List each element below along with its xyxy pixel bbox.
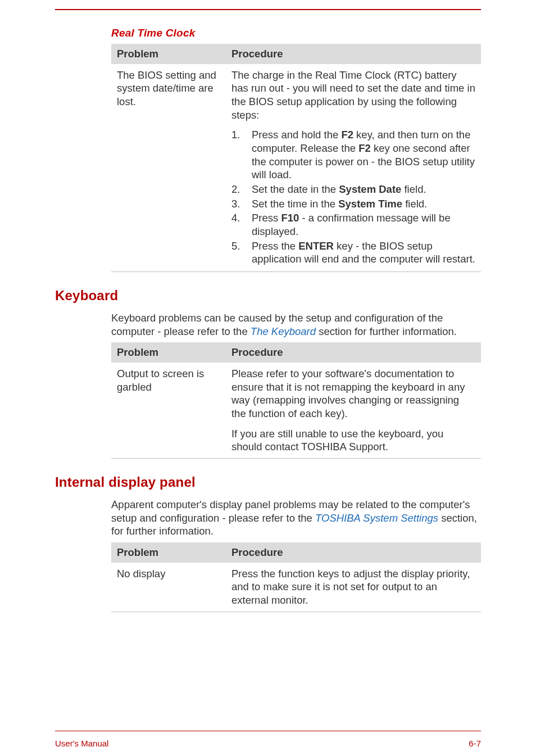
text: Press (252, 212, 281, 224)
footer-page-number: 6-7 (469, 739, 481, 748)
procedure-cell: Please refer to your software's document… (226, 363, 481, 425)
heading-keyboard: Keyboard (55, 288, 481, 304)
table-row: Press and hold the F2 key, and then turn… (111, 126, 481, 271)
col-procedure: Procedure (226, 44, 481, 64)
step-3: Set the time in the System Time field. (231, 197, 475, 211)
key-f2: F2 (358, 142, 371, 154)
text: Set the time in the (252, 198, 338, 210)
table-header-row: Problem Procedure (111, 44, 481, 64)
heading-internal-display-panel: Internal display panel (55, 474, 481, 490)
col-problem: Problem (111, 44, 226, 64)
bottom-rule (55, 731, 481, 732)
problem-cell: The BIOS setting and system date/time ar… (111, 64, 226, 126)
text: field. (402, 198, 427, 210)
field-system-time: System Time (338, 198, 402, 210)
display-intro: Apparent computer's display panel proble… (111, 498, 481, 538)
col-procedure: Procedure (226, 542, 481, 563)
page-content: Real Time Clock Problem Procedure The BI… (55, 17, 481, 722)
procedure-cell: If you are still unable to use the keybo… (226, 425, 481, 459)
col-problem: Problem (111, 542, 226, 563)
page-footer: User's Manual 6-7 (55, 739, 481, 748)
table-header-row: Problem Procedure (111, 542, 481, 563)
table-row: The BIOS setting and system date/time ar… (111, 64, 481, 126)
footer-left: User's Manual (55, 739, 108, 748)
table-row: If you are still unable to use the keybo… (111, 425, 481, 459)
table-row: No display Press the function keys to ad… (111, 563, 481, 612)
problem-cell: Output to screen is garbled (111, 363, 226, 425)
keyboard-intro: Keyboard problems can be caused by the s… (111, 311, 481, 338)
step-5: Press the ENTER key - the BIOS setup app… (231, 239, 475, 266)
procedure-intro-cell: The charge in the Real Time Clock (RTC) … (226, 64, 481, 126)
text: Press the (252, 240, 298, 252)
steps-list: Press and hold the F2 key, and then turn… (231, 128, 475, 266)
col-procedure: Procedure (226, 342, 481, 363)
key-enter: ENTER (298, 240, 334, 252)
link-toshiba-system-settings[interactable]: TOSHIBA System Settings (315, 512, 438, 524)
text: Set the date in the (252, 183, 339, 195)
keyboard-table: Problem Procedure Output to screen is ga… (111, 342, 481, 459)
field-system-date: System Date (339, 183, 401, 195)
step-1: Press and hold the F2 key, and then turn… (231, 128, 475, 182)
link-the-keyboard[interactable]: The Keyboard (251, 325, 316, 337)
table-row: Output to screen is garbled Please refer… (111, 363, 481, 425)
text: field. (401, 183, 426, 195)
text: section for further information. (316, 325, 457, 337)
table-header-row: Problem Procedure (111, 342, 481, 363)
key-f10: F10 (281, 212, 299, 224)
procedure-cell: Press the function keys to adjust the di… (226, 563, 481, 612)
heading-real-time-clock: Real Time Clock (111, 27, 481, 39)
key-f2: F2 (341, 129, 353, 141)
top-rule (55, 9, 481, 10)
procedure-steps-cell: Press and hold the F2 key, and then turn… (226, 126, 481, 271)
col-problem: Problem (111, 342, 226, 363)
rtc-table: Problem Procedure The BIOS setting and s… (111, 44, 481, 272)
problem-cell: No display (111, 563, 226, 612)
text: Press and hold the (252, 129, 341, 141)
step-2: Set the date in the System Date field. (231, 183, 475, 196)
step-4: Press F10 - a confirmation message will … (231, 211, 475, 238)
display-table: Problem Procedure No display Press the f… (111, 542, 481, 612)
